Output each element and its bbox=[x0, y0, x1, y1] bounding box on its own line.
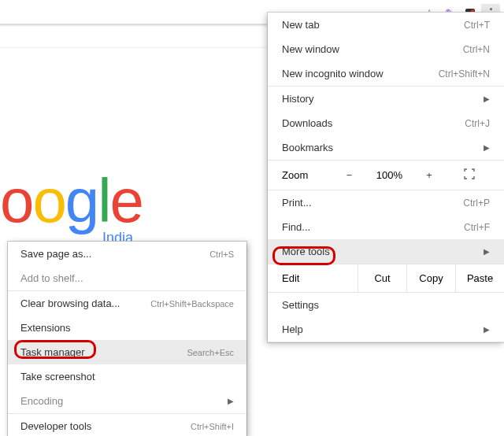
menu-shortcut: Ctrl+J bbox=[465, 118, 490, 129]
menu-new-incognito[interactable]: New incognito windowCtrl+Shift+N bbox=[268, 61, 504, 86]
menu-print[interactable]: Print...Ctrl+P bbox=[268, 190, 504, 215]
menu-new-tab[interactable]: New tabCtrl+T bbox=[268, 13, 504, 37]
submenu-label: Add to shelf... bbox=[20, 272, 83, 284]
submenu-encoding[interactable]: Encoding▶ bbox=[8, 389, 246, 413]
menu-shortcut: Ctrl+Shift+N bbox=[439, 68, 490, 79]
menu-label: Find... bbox=[282, 221, 310, 233]
submenu-clear-browsing-data[interactable]: Clear browsing data...Ctrl+Shift+Backspa… bbox=[8, 291, 246, 316]
menu-label: History bbox=[282, 93, 313, 105]
fullscreen-icon[interactable] bbox=[450, 168, 490, 182]
menu-new-window[interactable]: New windowCtrl+N bbox=[268, 37, 504, 61]
menu-label: New window bbox=[282, 43, 339, 55]
submenu-label: Developer tools bbox=[20, 420, 91, 432]
menu-find[interactable]: Find...Ctrl+F bbox=[268, 215, 504, 239]
menu-label: Downloads bbox=[282, 117, 332, 129]
submenu-arrow-icon: ▶ bbox=[484, 325, 490, 334]
submenu-label: Take screenshot bbox=[20, 371, 95, 382]
submenu-task-manager[interactable]: Task managerSearch+Esc bbox=[8, 340, 246, 364]
submenu-developer-tools[interactable]: Developer toolsCtrl+Shift+I bbox=[8, 414, 246, 436]
zoom-value: 100% bbox=[369, 169, 409, 181]
edit-paste-button[interactable]: Paste bbox=[455, 264, 504, 292]
submenu-label: Clear browsing data... bbox=[20, 297, 120, 309]
google-logo: oogle bbox=[0, 165, 143, 237]
zoom-out-button[interactable]: − bbox=[329, 169, 369, 181]
more-tools-submenu: Save page as...Ctrl+S Add to shelf... Cl… bbox=[8, 242, 246, 436]
menu-shortcut: Ctrl+P bbox=[463, 198, 490, 209]
menu-label: More tools bbox=[282, 246, 330, 257]
logo-letter: g bbox=[65, 166, 98, 235]
menu-bookmarks[interactable]: Bookmarks▶ bbox=[268, 135, 504, 160]
submenu-shortcut: Search+Esc bbox=[187, 348, 234, 357]
menu-downloads[interactable]: DownloadsCtrl+J bbox=[268, 111, 504, 135]
submenu-take-screenshot[interactable]: Take screenshot bbox=[8, 364, 246, 389]
submenu-label: Encoding bbox=[20, 395, 63, 407]
menu-shortcut: Ctrl+T bbox=[464, 20, 490, 31]
menu-history[interactable]: History▶ bbox=[268, 87, 504, 111]
edit-copy-button[interactable]: Copy bbox=[406, 264, 455, 292]
menu-shortcut: Ctrl+N bbox=[463, 44, 490, 55]
submenu-save-page[interactable]: Save page as...Ctrl+S bbox=[8, 242, 246, 266]
menu-more-tools[interactable]: More tools▶ bbox=[268, 239, 504, 264]
menu-label: New incognito window bbox=[282, 68, 384, 79]
submenu-shortcut: Ctrl+S bbox=[209, 249, 234, 259]
zoom-in-button[interactable]: + bbox=[409, 169, 449, 181]
edit-label: Edit bbox=[268, 264, 358, 292]
logo-letter: e bbox=[110, 166, 143, 235]
menu-label: New tab bbox=[282, 19, 320, 31]
menu-shortcut: Ctrl+F bbox=[464, 222, 490, 233]
submenu-label: Task manager bbox=[20, 346, 85, 358]
menu-settings[interactable]: Settings bbox=[268, 293, 504, 317]
submenu-arrow-icon: ▶ bbox=[484, 143, 490, 152]
chrome-main-menu: New tabCtrl+T New windowCtrl+N New incog… bbox=[268, 13, 504, 342]
menu-help[interactable]: Help▶ bbox=[268, 317, 504, 342]
logo-letter: l bbox=[98, 166, 109, 235]
menu-zoom-row: Zoom − 100% + bbox=[268, 161, 504, 190]
submenu-extensions[interactable]: Extensions bbox=[8, 316, 246, 340]
logo-letter: o bbox=[32, 166, 65, 235]
submenu-arrow-icon: ▶ bbox=[484, 94, 490, 103]
zoom-label: Zoom bbox=[282, 169, 329, 181]
submenu-shortcut: Ctrl+Shift+I bbox=[191, 422, 234, 431]
edit-cut-button[interactable]: Cut bbox=[358, 264, 406, 292]
logo-letter: o bbox=[0, 166, 32, 235]
submenu-label: Extensions bbox=[20, 322, 71, 334]
menu-label: Help bbox=[282, 323, 303, 335]
submenu-arrow-icon: ▶ bbox=[484, 247, 490, 256]
submenu-arrow-icon: ▶ bbox=[228, 397, 234, 405]
submenu-label: Save page as... bbox=[20, 248, 91, 260]
submenu-add-to-shelf[interactable]: Add to shelf... bbox=[8, 266, 246, 290]
menu-separator bbox=[268, 342, 504, 342]
submenu-shortcut: Ctrl+Shift+Backspace bbox=[150, 299, 234, 309]
menu-label: Bookmarks bbox=[282, 142, 333, 153]
menu-label: Print... bbox=[282, 197, 312, 209]
menu-label: Settings bbox=[282, 299, 319, 311]
menu-edit-row: Edit Cut Copy Paste bbox=[268, 264, 504, 292]
